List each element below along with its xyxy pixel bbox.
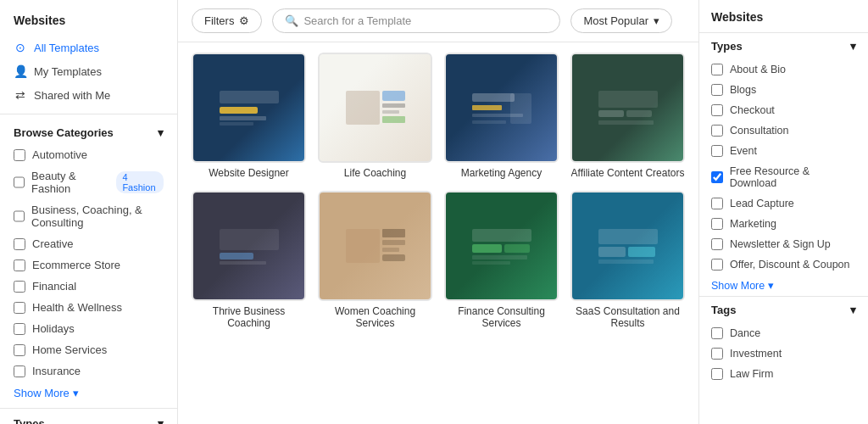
category-financial[interactable]: Financial: [0, 276, 177, 297]
right-checkbox-consultation[interactable]: [711, 125, 723, 137]
right-type-checkout[interactable]: Checkout: [699, 100, 868, 120]
category-automotive[interactable]: Automotive: [0, 144, 177, 165]
category-financial-label: Financial: [32, 280, 76, 293]
left-types-header[interactable]: Types ▾: [0, 408, 177, 424]
right-checkbox-checkout[interactable]: [711, 104, 723, 116]
right-checkbox-offer-discount[interactable]: [711, 259, 723, 271]
filters-button[interactable]: Filters ⚙: [192, 8, 262, 33]
right-type-free-resource-label: Free Resource & Download: [730, 165, 856, 189]
checkbox-business-coaching[interactable]: [14, 210, 25, 222]
browse-categories-label: Browse Categories: [14, 126, 114, 139]
nav-shared-with-me[interactable]: ⇄ Shared with Me: [0, 83, 177, 107]
template-card-6[interactable]: Women Coaching Services: [318, 191, 432, 329]
nav-my-templates[interactable]: 👤 My Templates: [0, 59, 177, 83]
svg-rect-1: [220, 107, 258, 114]
filter-icon: ⚙: [239, 14, 249, 27]
sort-dropdown[interactable]: Most Popular ▾: [570, 8, 672, 33]
right-tag-law-firm[interactable]: Law Firm: [699, 364, 868, 384]
thumb-svg-4: [594, 86, 662, 129]
template-card-7[interactable]: Finance Consulting Services: [444, 191, 559, 329]
checkbox-creative[interactable]: [14, 238, 25, 250]
right-type-newsletter-label: Newsletter & Sign Up: [730, 238, 831, 250]
template-thumb-4: [570, 53, 685, 163]
category-holidays[interactable]: Holidays: [0, 318, 177, 339]
right-checkbox-dance[interactable]: [711, 327, 723, 339]
right-type-about-bio[interactable]: About & Bio: [699, 59, 868, 80]
right-checkbox-lead-capture[interactable]: [711, 198, 723, 209]
template-name-3: Marketing Agency: [444, 167, 559, 179]
template-thumb-7: [444, 191, 559, 301]
right-type-newsletter[interactable]: Newsletter & Sign Up: [699, 234, 868, 254]
thumb-svg-1: [215, 86, 283, 129]
right-checkbox-investment[interactable]: [711, 348, 723, 360]
right-tag-dance[interactable]: Dance: [699, 323, 868, 343]
category-home-services[interactable]: Home Services: [0, 339, 177, 360]
filter-label: Filters: [204, 14, 234, 27]
svg-rect-18: [220, 229, 279, 250]
right-type-blogs[interactable]: Blogs: [699, 80, 868, 100]
checkbox-home-services[interactable]: [14, 344, 25, 356]
svg-rect-30: [472, 261, 510, 265]
right-type-offer-discount[interactable]: Offer, Discount & Coupon: [699, 254, 868, 275]
right-checkbox-newsletter[interactable]: [711, 238, 723, 250]
right-checkbox-law-firm[interactable]: [711, 368, 723, 380]
template-card-8[interactable]: SaaS Consultation and Results: [570, 191, 685, 329]
right-type-offer-discount-label: Offer, Discount & Coupon: [730, 259, 850, 271]
category-business-coaching[interactable]: Business, Coaching, & Consulting: [0, 199, 177, 233]
category-ecommerce[interactable]: Ecommerce Store: [0, 254, 177, 276]
right-checkbox-free-resource[interactable]: [711, 171, 723, 183]
svg-rect-22: [382, 229, 405, 237]
checkbox-ecommerce[interactable]: [14, 259, 25, 271]
template-card-3[interactable]: Marketing Agency: [444, 53, 559, 179]
right-checkbox-marketing[interactable]: [711, 218, 723, 230]
checkbox-health-wellness[interactable]: [14, 302, 25, 314]
template-card-2[interactable]: Life Coaching: [318, 53, 432, 179]
category-beauty-fashion[interactable]: Beauty & Fashion 4 Fashion: [0, 165, 177, 199]
all-templates-icon: ⊙: [14, 41, 27, 54]
thumb-svg-5: [215, 225, 283, 267]
right-types-header[interactable]: Types ▾: [699, 32, 868, 59]
right-type-lead-capture[interactable]: Lead Capture: [699, 193, 868, 214]
checkbox-beauty-fashion[interactable]: [14, 176, 25, 188]
checkbox-holidays[interactable]: [14, 323, 25, 335]
template-card-4[interactable]: Affiliate Content Creators: [570, 53, 685, 179]
template-card-5[interactable]: Thrive Business Coaching: [192, 191, 306, 329]
thumb-svg-8: [594, 225, 662, 267]
right-types-label: Types: [711, 40, 743, 53]
right-checkbox-about-bio[interactable]: [711, 64, 723, 75]
right-show-more-chevron: ▾: [768, 279, 774, 292]
shared-icon: ⇄: [14, 88, 27, 102]
right-type-free-resource[interactable]: Free Resource & Download: [699, 161, 868, 193]
right-type-blogs-label: Blogs: [730, 84, 756, 96]
template-thumb-5: [192, 191, 306, 301]
category-insurance[interactable]: Insurance: [0, 360, 177, 382]
checkbox-financial[interactable]: [14, 281, 25, 293]
thumb-svg-7: [468, 225, 536, 267]
svg-rect-31: [598, 229, 658, 244]
search-placeholder: Search for a Template: [303, 14, 411, 27]
category-health-wellness[interactable]: Health & Wellness: [0, 297, 177, 318]
nav-all-templates[interactable]: ⊙ All Templates: [0, 36, 177, 59]
right-type-event[interactable]: Event: [699, 141, 868, 161]
template-name-4: Affiliate Content Creators: [570, 167, 685, 179]
right-tag-investment[interactable]: Investment: [699, 343, 868, 364]
svg-rect-34: [598, 259, 654, 264]
svg-rect-29: [472, 255, 527, 259]
template-thumb-2: [318, 53, 432, 163]
template-name-7: Finance Consulting Services: [444, 305, 559, 329]
svg-rect-8: [382, 116, 405, 123]
checkbox-insurance[interactable]: [14, 365, 25, 377]
right-show-more-types[interactable]: Show More ▾: [699, 275, 868, 296]
right-tags-header[interactable]: Tags ▾: [699, 296, 868, 323]
checkbox-automotive[interactable]: [14, 149, 25, 161]
svg-rect-25: [382, 254, 405, 261]
right-type-consultation[interactable]: Consultation: [699, 120, 868, 141]
show-more-categories[interactable]: Show More ▾: [0, 382, 177, 404]
browse-categories-header[interactable]: Browse Categories ▾: [0, 121, 177, 144]
template-card-1[interactable]: Website Designer: [192, 53, 306, 179]
category-creative[interactable]: Creative: [0, 233, 177, 254]
search-box[interactable]: 🔍 Search for a Template: [272, 8, 560, 33]
right-type-marketing[interactable]: Marketing: [699, 214, 868, 234]
right-checkbox-event[interactable]: [711, 145, 723, 157]
right-checkbox-blogs[interactable]: [711, 84, 723, 96]
